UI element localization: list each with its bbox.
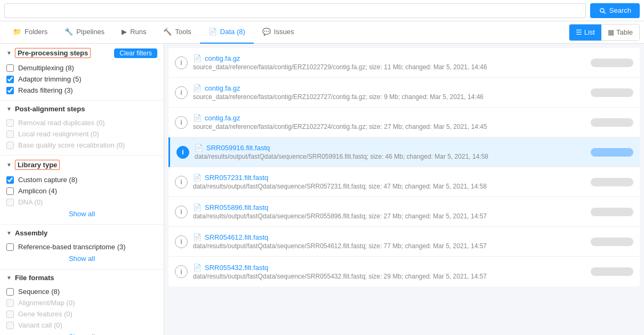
- sequence-checkbox[interactable]: [6, 288, 14, 296]
- table-row: i 📄 contig.fa.gz source_data/reference/f…: [168, 78, 640, 108]
- filter-removal-duplicates: Removal read duplicates (0): [6, 117, 157, 128]
- section-library-type: ▼ Library type Custom capture (8) Amplic…: [0, 156, 164, 225]
- removal-duplicates-checkbox[interactable]: [6, 119, 14, 127]
- file-meta: data/results/output/fastQdata/sequence/S…: [193, 183, 585, 190]
- section-pre-processing-header[interactable]: ▼ Pre-processing steps Clear filters: [6, 48, 157, 58]
- search-button[interactable]: Search: [590, 3, 640, 18]
- filter-base-quality-label: Base quality score recalibration (0): [18, 141, 125, 149]
- info-icon[interactable]: i: [175, 176, 188, 189]
- filter-variant-call-label: Variant call (0): [18, 321, 62, 329]
- filter-dna: DNA (0): [6, 197, 157, 208]
- info-icon[interactable]: i: [175, 116, 188, 129]
- tools-icon: 🔨: [163, 28, 172, 36]
- demultiplexing-checkbox[interactable]: [6, 64, 14, 72]
- file-meta: data/results/output/fastQdata/sequence/S…: [193, 213, 585, 220]
- section-file-formats-header[interactable]: ▼ File formats: [6, 274, 157, 282]
- table-row: i 📄 SRR055896.filt.fastq data/results/ou…: [168, 197, 640, 227]
- filter-gene-features: Gene features (0): [6, 308, 157, 320]
- collapse-icon: ▼: [6, 50, 12, 56]
- file-name-link[interactable]: 📄 SRR059916.filt.fastq: [195, 144, 585, 152]
- info-icon[interactable]: i: [175, 265, 188, 278]
- filter-reads-filtering: Reads filtering (3): [6, 85, 157, 96]
- file-name-link[interactable]: 📄 SRR054612.filt.fastq: [193, 233, 585, 241]
- data-icon: 📄: [208, 28, 217, 36]
- section-pre-processing-title: Pre-processing steps: [15, 48, 91, 58]
- section-library-type-title: Library type: [15, 160, 60, 170]
- show-all-formats[interactable]: Show all: [6, 331, 157, 335]
- show-all-assembly[interactable]: Show all: [6, 252, 157, 265]
- file-info: 📄 contig.fa.gz source_data/reference/fas…: [193, 114, 585, 130]
- file-icon: 📄: [193, 264, 202, 272]
- tab-data[interactable]: 📄 Data (8): [200, 21, 254, 44]
- issues-icon: 💬: [262, 28, 271, 36]
- file-badge: [591, 118, 633, 127]
- filter-demultiplexing: Demultiplexing (8): [6, 62, 157, 73]
- info-icon[interactable]: i: [175, 235, 188, 248]
- info-icon[interactable]: i: [175, 56, 188, 69]
- file-name-link[interactable]: 📄 contig.fa.gz: [193, 84, 585, 92]
- file-name-link[interactable]: 📄 contig.fa.gz: [193, 54, 585, 62]
- local-realignment-checkbox[interactable]: [6, 130, 14, 138]
- reads-filtering-checkbox[interactable]: [6, 87, 14, 94]
- filter-adaptor-trimming: Adaptor trimming (5): [6, 73, 157, 85]
- show-all-library[interactable]: Show all: [6, 208, 157, 220]
- file-name-link[interactable]: 📄 contig.fa.gz: [193, 114, 585, 122]
- table-row: i 📄 SRR059916.filt.fastq data/results/ou…: [168, 137, 640, 167]
- reference-transcriptome-checkbox[interactable]: [6, 243, 14, 251]
- custom-capture-checkbox[interactable]: [6, 176, 14, 184]
- file-icon: 📄: [193, 84, 202, 92]
- sidebar: ▼ Pre-processing steps Clear filters Dem…: [0, 44, 164, 335]
- view-toggle: ☰ List ▦ Table: [569, 24, 640, 41]
- runs-icon: ▶: [122, 28, 127, 36]
- base-quality-checkbox[interactable]: [6, 142, 14, 149]
- file-list: i 📄 contig.fa.gz source_data/reference/f…: [168, 48, 640, 287]
- table-view-button[interactable]: ▦ Table: [601, 24, 639, 40]
- section-library-type-header[interactable]: ▼ Library type: [6, 160, 157, 170]
- file-info: 📄 SRR059916.filt.fastq data/results/outp…: [195, 144, 585, 160]
- tab-runs[interactable]: ▶ Runs: [113, 21, 155, 44]
- filter-base-quality: Base quality score recalibration (0): [6, 140, 157, 151]
- section-assembly: ▼ Assembly Reference-based transcriptome…: [0, 225, 164, 269]
- section-post-alignment-header[interactable]: ▼ Post-alignment steps: [6, 105, 157, 113]
- variant-call-checkbox[interactable]: [6, 322, 14, 329]
- tab-tools[interactable]: 🔨 Tools: [155, 21, 199, 44]
- section-post-alignment-title: Post-alignment steps: [15, 105, 85, 113]
- table-row: i 📄 SRR055432.filt.fastq data/results/ou…: [168, 257, 640, 287]
- file-name-link[interactable]: 📄 SRR055896.filt.fastq: [193, 203, 585, 211]
- file-meta: source_data/reference/fasta/contig/ERZ10…: [193, 93, 585, 101]
- filter-removal-duplicates-label: Removal read duplicates (0): [18, 119, 105, 127]
- file-icon: 📄: [193, 54, 202, 62]
- section-pre-processing: ▼ Pre-processing steps Clear filters Dem…: [0, 44, 164, 101]
- file-name-link[interactable]: 📄 SRR057231.filt.fastq: [193, 174, 585, 182]
- tab-issues[interactable]: 💬 Issues: [254, 21, 303, 44]
- info-icon[interactable]: i: [175, 206, 188, 218]
- dna-checkbox[interactable]: [6, 199, 14, 206]
- tab-folders[interactable]: 📁 Folders: [4, 21, 56, 44]
- file-badge: [591, 178, 633, 186]
- list-view-button[interactable]: ☰ List: [569, 24, 601, 40]
- section-assembly-header[interactable]: ▼ Assembly: [6, 229, 157, 237]
- filter-amplicon-label: Amplicon (4): [18, 187, 57, 195]
- tab-pipelines[interactable]: 🔧 Pipelines: [56, 21, 113, 44]
- alignment-map-checkbox[interactable]: [6, 299, 14, 307]
- file-badge: [591, 238, 633, 246]
- file-name-link[interactable]: 📄 SRR055432.filt.fastq: [193, 264, 585, 272]
- pipelines-icon: 🔧: [65, 28, 73, 36]
- content-area: i 📄 contig.fa.gz source_data/reference/f…: [164, 44, 644, 335]
- filter-local-realignment-label: Local read realignment (0): [18, 130, 99, 138]
- filter-dna-label: DNA (0): [18, 198, 43, 206]
- filter-alignment-map-label: Alignment/Map (0): [18, 299, 75, 307]
- amplicon-checkbox[interactable]: [6, 187, 14, 195]
- search-input[interactable]: [4, 3, 586, 18]
- info-icon[interactable]: i: [175, 86, 188, 99]
- file-info: 📄 SRR057231.filt.fastq data/results/outp…: [193, 174, 585, 190]
- filter-amplicon: Amplicon (4): [6, 185, 157, 197]
- filter-custom-capture-label: Custom capture (8): [18, 176, 77, 184]
- table-row: ↓ i 📄 contig.fa.gz source_data/reference…: [168, 108, 640, 137]
- info-icon[interactable]: i: [176, 146, 189, 159]
- clear-filters-button[interactable]: Clear filters: [114, 48, 157, 58]
- file-badge: [591, 88, 633, 97]
- search-icon: [599, 7, 606, 14]
- adaptor-trimming-checkbox[interactable]: [6, 76, 14, 83]
- gene-features-checkbox[interactable]: [6, 311, 14, 318]
